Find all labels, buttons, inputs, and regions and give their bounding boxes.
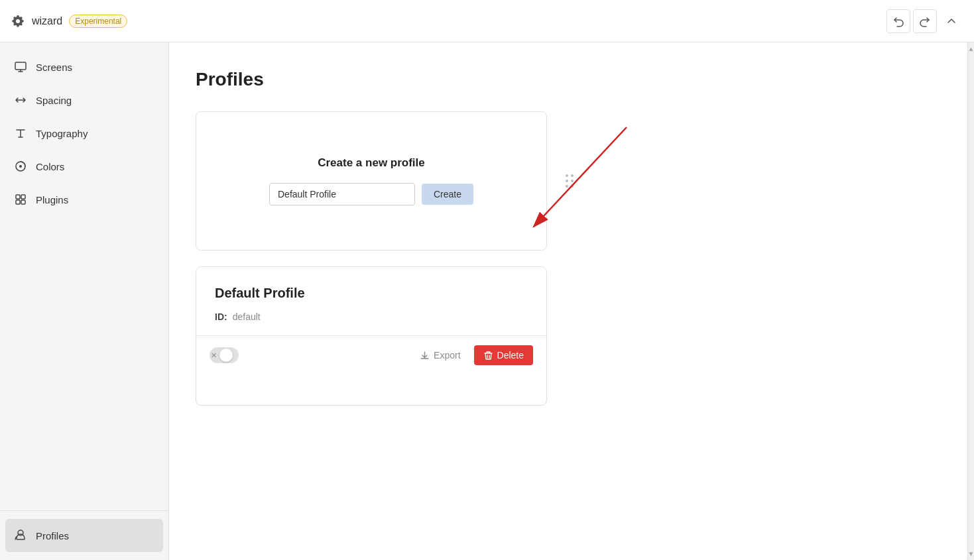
profile-card-header: Default Profile ID: default [196,267,546,335]
trash-icon [483,351,493,361]
collapse-button[interactable] [940,9,963,33]
svg-rect-4 [21,195,25,199]
profile-actions: Export Delete [413,345,533,365]
toggle-thumb [219,349,233,362]
topbar-right [886,9,963,33]
scroll-down-arrow[interactable]: ▼ [968,550,974,557]
sidebar-bottom-label: Profiles [36,530,69,541]
profile-name-input[interactable] [269,183,415,205]
app-title: wizard [32,15,62,27]
scroll-up-arrow[interactable]: ▲ [968,45,974,52]
screens-icon [13,60,28,74]
sidebar-item-colors[interactable]: Colors [0,150,168,183]
content-area: Profiles Create a new profile Create [169,42,967,560]
main-layout: Screens Spacing Typography Colors [0,42,974,560]
undo-button[interactable] [886,9,910,33]
page-title: Profiles [196,69,941,90]
profile-id-label: ID: [215,311,227,322]
svg-rect-3 [16,195,20,199]
sidebar-item-plugins[interactable]: Plugins [0,183,168,216]
experimental-badge: Experimental [69,15,127,28]
topbar-left: wizard Experimental [11,14,127,28]
profile-id-row: ID: default [215,311,528,322]
cards-row: Create a new profile Create Default Prof… [196,111,941,406]
export-icon [420,351,430,361]
sidebar-label-plugins: Plugins [36,194,68,205]
sidebar-item-typography[interactable]: Typography [0,117,168,150]
export-button[interactable]: Export [413,346,467,364]
redo-button[interactable] [913,9,937,33]
svg-rect-0 [15,62,26,70]
sidebar-item-spacing[interactable]: Spacing [0,84,168,117]
spacing-icon [13,93,28,107]
sidebar-item-profiles[interactable]: Profiles [5,519,163,552]
toggle-container: ✕ [210,347,239,363]
create-profile-card: Create a new profile Create [196,111,547,251]
svg-rect-5 [16,200,20,204]
typography-icon [13,126,28,140]
sidebar-bottom: Profiles [0,510,168,560]
svg-point-2 [19,165,22,168]
profile-toggle[interactable]: ✕ [210,347,239,363]
svg-rect-6 [21,200,25,204]
drag-handle [563,174,576,188]
toggle-x-icon: ✕ [211,351,217,360]
sidebar: Screens Spacing Typography Colors [0,42,169,560]
sidebar-label-screens: Screens [36,62,72,73]
profiles-icon [13,528,28,543]
profile-id-value: default [233,311,261,322]
scrollbar: ▲ ▼ [967,42,974,560]
create-card-title: Create a new profile [318,156,425,170]
sidebar-nav: Screens Spacing Typography Colors [0,42,168,510]
delete-button[interactable]: Delete [474,345,533,365]
topbar: wizard Experimental [0,0,974,42]
profile-card-footer: ✕ Export Delete [196,336,546,374]
profile-name: Default Profile [215,286,528,301]
colors-icon [13,159,28,174]
sidebar-item-screens[interactable]: Screens [0,50,168,84]
create-card-form: Create [269,183,473,205]
sidebar-label-typography: Typography [36,128,88,139]
create-profile-button[interactable]: Create [422,184,473,205]
gear-icon [11,14,25,28]
content-inner: Profiles Create a new profile Create [169,42,967,432]
plugins-icon [13,192,28,207]
sidebar-label-colors: Colors [36,161,64,172]
default-profile-card: Default Profile ID: default ✕ [196,266,547,406]
sidebar-label-spacing: Spacing [36,95,72,106]
